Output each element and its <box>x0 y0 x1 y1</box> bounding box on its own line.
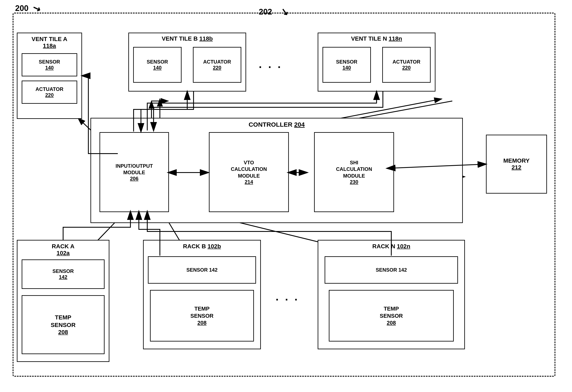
rack-b-temp-sensor-num: 208 <box>197 320 206 326</box>
controller-box: CONTROLLER 204 INPUT/OUTPUTMODULE 206 VT… <box>91 118 463 223</box>
rack-n-temp-sensor-box: TEMPSENSOR 208 <box>329 290 454 342</box>
vent-tile-b-actuator-label: ACTUATOR <box>203 59 231 65</box>
rack-n-box: RACK N 102n SENSOR 142 TEMPSENSOR 208 <box>318 240 465 349</box>
vent-tile-b-sensor-box: SENSOR 140 <box>133 47 182 83</box>
rack-b-num: 102b <box>207 243 221 249</box>
shi-module-box: SHICALCULATIONMODULE 230 <box>314 132 394 212</box>
vent-tile-a-sensor-label: SENSOR <box>39 59 60 65</box>
rack-a-sensor-label: SENSOR <box>52 268 74 274</box>
vto-module-num: 214 <box>245 179 253 185</box>
vent-tile-n-sensor-label: SENSOR <box>336 59 357 65</box>
vent-tile-n-num: 118n <box>389 35 402 42</box>
io-module-label: INPUT/OUTPUTMODULE <box>115 163 153 176</box>
rack-n-sensor-label: SENSOR 142 <box>376 267 407 273</box>
controller-num: 204 <box>294 121 305 128</box>
vent-tile-n-actuator-box: ACTUATOR 220 <box>382 47 431 83</box>
vent-tile-n-box: VENT TILE N 118n SENSOR 140 ACTUATOR 220 <box>318 33 435 92</box>
rack-a-label: RACK A <box>17 243 109 250</box>
memory-num: 212 <box>512 164 522 171</box>
vent-tile-a-box: VENT TILE A 118a SENSOR 140 ACTUATOR 220 <box>17 33 82 119</box>
rack-b-sensor-label: SENSOR 142 <box>186 267 218 273</box>
memory-box: MEMORY 212 <box>486 135 547 194</box>
vent-tile-b-actuator-num: 220 <box>213 65 221 71</box>
vent-tile-n-sensor-num: 140 <box>342 65 351 71</box>
vent-tile-a-actuator-box: ACTUATOR 220 <box>22 81 77 104</box>
vent-tile-a-sensor-num: 140 <box>45 65 54 71</box>
vent-tile-a-sensor-box: SENSOR 140 <box>22 53 77 76</box>
vent-tile-b-sensor-num: 140 <box>153 65 161 71</box>
vent-tile-b-num: 118b <box>199 35 213 42</box>
vent-tile-b-label: VENT TILE B <box>162 35 199 42</box>
rack-a-temp-sensor-num: 208 <box>58 329 68 336</box>
shi-module-num: 230 <box>350 179 358 185</box>
vent-tile-n-label: VENT TILE N <box>351 35 389 42</box>
rack-b-temp-sensor-label: TEMPSENSOR <box>191 305 214 320</box>
memory-label: MEMORY <box>503 157 530 164</box>
vent-tile-n-actuator-label: ACTUATOR <box>393 59 420 65</box>
io-module-num: 206 <box>130 176 138 181</box>
rack-a-temp-sensor-box: TEMPSENSOR 208 <box>22 295 105 354</box>
vent-tile-a-num: 118a <box>17 43 81 49</box>
vent-tile-b-box: VENT TILE B 118b SENSOR 140 ACTUATOR 220 <box>128 33 246 92</box>
vent-tile-b-actuator-box: ACTUATOR 220 <box>193 47 241 83</box>
rack-a-box: RACK A 102a SENSOR 142 TEMPSENSOR 208 <box>17 240 109 362</box>
dots-racks: . . . <box>276 290 299 303</box>
dots-vent-tiles: . . . <box>259 58 282 70</box>
vent-tile-b-sensor-label: SENSOR <box>147 59 168 65</box>
controller-label: CONTROLLER <box>249 121 294 128</box>
rack-n-temp-sensor-label: TEMPSENSOR <box>380 305 403 320</box>
vto-module-box: VTOCALCULATIONMODULE 214 <box>209 132 289 212</box>
vto-module-label: VTOCALCULATIONMODULE <box>231 159 267 179</box>
rack-n-label: RACK N <box>372 243 397 249</box>
vent-tile-a-actuator-num: 220 <box>45 92 54 98</box>
rack-a-sensor-num: 142 <box>59 274 67 280</box>
rack-b-box: RACK B 102b SENSOR 142 TEMPSENSOR 208 <box>143 240 261 349</box>
io-module-box: INPUT/OUTPUTMODULE 206 <box>99 132 169 212</box>
rack-b-sensor-box: SENSOR 142 <box>148 256 256 284</box>
shi-module-label: SHICALCULATIONMODULE <box>336 159 372 179</box>
rack-a-temp-sensor-label: TEMPSENSOR <box>51 314 76 329</box>
rack-n-num: 102n <box>397 243 410 249</box>
vent-tile-a-actuator-label: ACTUATOR <box>35 86 63 92</box>
rack-a-num: 102a <box>17 250 109 257</box>
rack-n-sensor-box: SENSOR 142 <box>325 256 458 284</box>
rack-a-sensor-box: SENSOR 142 <box>22 260 105 289</box>
system-label-200: 200 <box>15 4 28 13</box>
vent-tile-a-label: VENT TILE A <box>17 36 81 43</box>
rack-b-label: RACK B <box>183 243 208 249</box>
rack-b-temp-sensor-box: TEMPSENSOR 208 <box>150 290 254 342</box>
system-label-202: 202 <box>259 7 272 16</box>
rack-n-temp-sensor-num: 208 <box>387 320 396 326</box>
vent-tile-n-sensor-box: SENSOR 140 <box>322 47 371 83</box>
vent-tile-n-actuator-num: 220 <box>402 65 411 71</box>
